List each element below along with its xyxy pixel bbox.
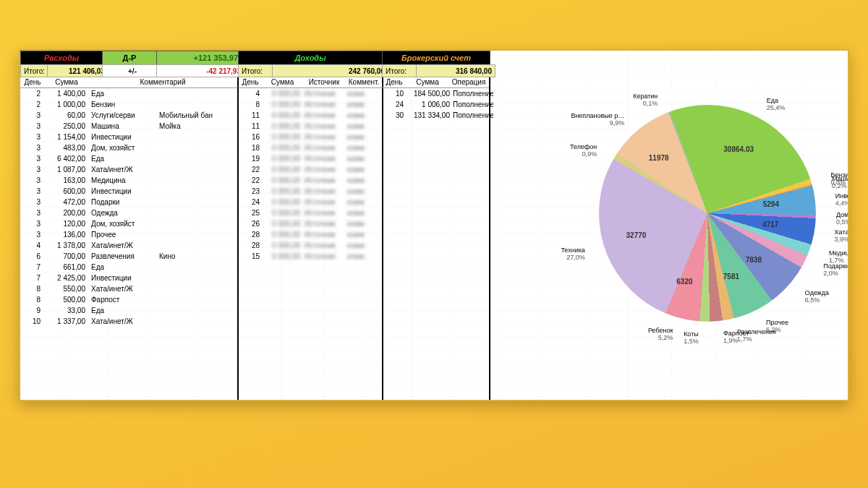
- table-row[interactable]: 31 087,00Хата/инет/Ж: [20, 164, 237, 175]
- table-row[interactable]: 110 000,00Источниккомм: [238, 110, 381, 121]
- pie-label: Фарпост1,9%: [723, 330, 749, 344]
- table-row[interactable]: 3200,00Одежда: [20, 207, 237, 218]
- pie-chart: Еда25,4%30864.03Бензин0,8%Машина0,2%Инве…: [512, 76, 838, 380]
- pm-value: -42 217,93: [156, 64, 246, 77]
- pie-value: 11978: [649, 154, 669, 162]
- table-row[interactable]: 280 000,00Источниккомм: [238, 240, 381, 251]
- table-row[interactable]: 21 000,00Бензин: [20, 99, 237, 110]
- expenses-table[interactable]: 21 400,00Еда21 000,00Бензин360,00Услуги/…: [20, 88, 237, 327]
- table-row[interactable]: 230 000,00Источниккомм: [238, 186, 381, 197]
- pie-label: Еда25,4%: [767, 97, 786, 111]
- pie-value: 6320: [676, 278, 692, 286]
- table-row[interactable]: 110 000,00Источниккомм: [238, 121, 381, 132]
- pie-label: Дом, хозяйство0,5%: [836, 211, 849, 226]
- table-row[interactable]: 3250,00МашинаМойка: [20, 121, 237, 132]
- table-row[interactable]: 40 000,00Источниккомм: [238, 88, 381, 99]
- pie-value: 32770: [626, 231, 647, 239]
- col-day: День: [382, 77, 407, 88]
- header-expenses: Расходы: [20, 51, 103, 65]
- pie-label: Телефон0,9%: [532, 143, 597, 158]
- pie-label: Инвестиции4,4%: [835, 192, 849, 207]
- table-row[interactable]: 80 000,00Источниккомм: [238, 99, 381, 110]
- table-row[interactable]: 31 154,00Инвестиции: [20, 132, 237, 142]
- table-row[interactable]: 220 000,00Источниккомм: [238, 164, 381, 175]
- pie-value: 5294: [763, 200, 779, 208]
- header-diff-value: +121 353,97: [156, 51, 243, 65]
- pie-value: 7838: [746, 256, 762, 264]
- pie-label: Медицина1,7%: [829, 249, 849, 264]
- table-row[interactable]: 933,00Еда: [20, 305, 237, 316]
- spreadsheet-frame: Расходы Д-Р +121 353,97 Доходы Брокерски…: [19, 49, 849, 401]
- header-income: Доходы: [238, 51, 383, 65]
- table-row[interactable]: 7661,00Еда: [20, 262, 237, 273]
- header-broker: Брокерский счет: [382, 51, 490, 65]
- table-row[interactable]: 8550,00Хата/инет/Ж: [20, 283, 237, 294]
- pie-label: Машина0,2%: [832, 175, 849, 189]
- table-row[interactable]: 3136,00Прочее: [20, 229, 237, 240]
- table-row[interactable]: 3483,00Дом, хозяйст: [20, 142, 237, 153]
- table-row[interactable]: 260 000,00Источниккомм: [238, 218, 381, 229]
- pm-label: +/-: [102, 64, 163, 77]
- broker-total: 316 840,00: [416, 64, 495, 77]
- table-row[interactable]: 3163,00Медицина: [20, 175, 237, 186]
- pie-label: Ребенок5,2%: [608, 327, 673, 341]
- col-comment: Коммент.: [346, 77, 382, 88]
- table-row[interactable]: 3600,00Инвестиции: [20, 186, 237, 197]
- pie-label: Внеплановые р…9,9%: [559, 112, 624, 127]
- table-row[interactable]: 3120,00Дом, хозяйст: [20, 218, 237, 229]
- table-row[interactable]: 180 000,00Источниккомм: [238, 142, 381, 153]
- col-sum: Сумма: [45, 77, 88, 88]
- col-sum: Сумма: [407, 77, 448, 88]
- table-row[interactable]: 241 006,00Пополнение: [382, 99, 489, 110]
- table-row[interactable]: 160 000,00Источниккомм: [238, 132, 381, 142]
- table-row[interactable]: 150 000,00Источниккомм: [238, 251, 381, 262]
- pie-label: Хата/инет/ЖКХ3,9%: [835, 228, 849, 243]
- table-row[interactable]: 30131 334,00Пополнение: [382, 110, 489, 121]
- table-row[interactable]: 220 000,00Источниккомм: [238, 175, 381, 186]
- pie-value: 4717: [762, 221, 778, 228]
- col-source: Источник: [302, 77, 346, 88]
- table-row[interactable]: 360,00Услуги/сервиМобильный бан: [20, 110, 237, 121]
- table-row[interactable]: 10184 500,00Пополнение: [382, 88, 489, 99]
- table-row[interactable]: 8500,00Фарпост: [20, 294, 237, 305]
- col-sum: Сумма: [263, 77, 302, 88]
- income-table[interactable]: 40 000,00Источниккомм80 000,00Источникко…: [238, 88, 381, 262]
- table-row[interactable]: 72 425,00Инвестиции: [20, 273, 237, 283]
- table-row[interactable]: 101 337,00Хата/инет/Ж: [20, 316, 237, 327]
- pie-label: Техника27,0%: [520, 247, 585, 261]
- pie-label: Кератин0,1%: [592, 93, 658, 107]
- expenses-total: 121 406,03: [47, 64, 109, 77]
- table-row[interactable]: 36 402,00Еда: [20, 153, 237, 164]
- pie-label: Подарки2,0%: [823, 262, 849, 277]
- table-row[interactable]: 190 000,00Источниккомм: [238, 153, 381, 164]
- table-row[interactable]: 250 000,00Источниккомм: [238, 207, 381, 218]
- table-row[interactable]: 3472,00Подарки: [20, 197, 237, 207]
- table-row[interactable]: 21 400,00Еда: [20, 88, 237, 99]
- col-day: День: [20, 77, 45, 88]
- table-row[interactable]: 6700,00РазвлеченияКино: [20, 251, 237, 262]
- header-diff: Д-Р: [102, 51, 157, 65]
- col-comment: Комментарий: [88, 77, 237, 88]
- pie-label: Одежда6,5%: [805, 289, 829, 304]
- table-row[interactable]: 280 000,00Источниккомм: [238, 229, 381, 240]
- pie-value: 30864.03: [723, 145, 754, 153]
- pie-value: 7581: [723, 273, 739, 281]
- table-row[interactable]: 240 000,00Источниккомм: [238, 197, 381, 207]
- col-day: День: [238, 77, 263, 88]
- col-op: Операция: [448, 77, 489, 88]
- table-row[interactable]: 41 378,00Хата/инет/Ж: [20, 240, 237, 251]
- income-total: 242 760,00: [272, 64, 388, 77]
- broker-table[interactable]: 10184 500,00Пополнение241 006,00Пополнен…: [382, 88, 489, 121]
